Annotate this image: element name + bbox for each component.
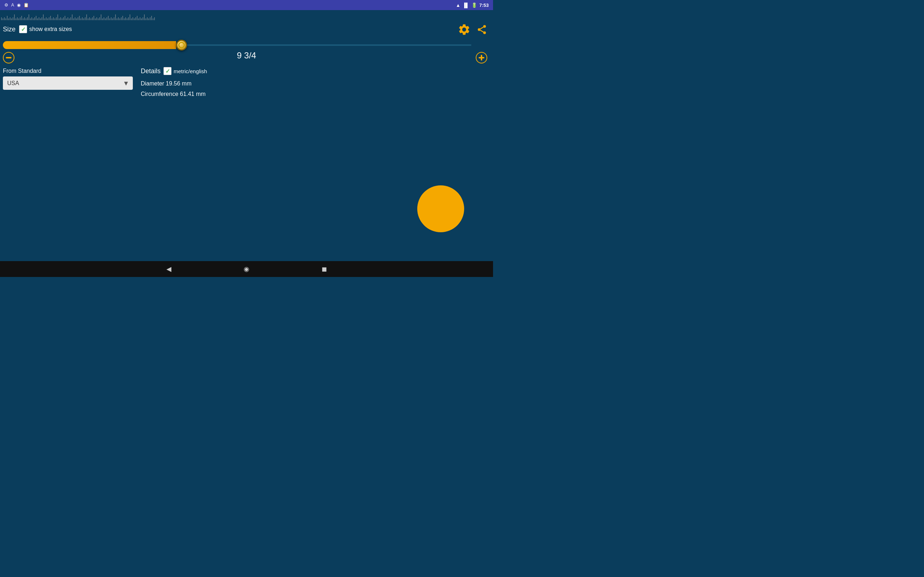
from-standard-label: From Standard <box>3 68 133 74</box>
size-label: Size <box>3 26 16 33</box>
svg-rect-117 <box>481 55 482 61</box>
metric-english-checkbox[interactable]: ✓ metric/english <box>163 67 207 75</box>
ruler: // ticks rendered below via inline SVG l… <box>0 10 155 21</box>
metric-english-label: metric/english <box>174 68 207 74</box>
wifi-icon: ▲ <box>456 3 460 8</box>
diameter-value: Diameter 19.56 mm <box>141 79 207 89</box>
a-status-icon: A <box>11 3 14 8</box>
size-value-display: 9 3/4 <box>237 50 256 61</box>
share-button[interactable] <box>477 24 487 36</box>
standard-dropdown[interactable]: USA UK EU Japan China ▼ <box>3 76 133 90</box>
from-standard-section: From Standard USA UK EU Japan China ▼ <box>3 68 133 90</box>
circle-status-icon: ◉ <box>17 3 21 8</box>
battery-icon: 🔋 <box>472 3 477 8</box>
details-section: Details ✓ metric/english Diameter 19.56 … <box>141 67 207 100</box>
nav-bar: ◀ ◉ ◼ <box>0 261 493 277</box>
show-extra-sizes-checkbox[interactable]: ✓ show extra sizes <box>19 25 72 33</box>
gear-icon <box>458 23 471 36</box>
back-button[interactable]: ◀ <box>166 265 171 273</box>
slider-track-remaining <box>187 44 472 46</box>
recent-button[interactable]: ◼ <box>321 265 327 273</box>
slider-container[interactable] <box>3 40 472 50</box>
home-button[interactable]: ◉ <box>244 265 249 273</box>
status-bar: ⚙ A ◉ 📋 ▲ ▐▌ 🔋 7:53 <box>0 0 493 10</box>
circumference-value: Circumference 61.41 mm <box>141 89 207 100</box>
details-label: Details <box>141 68 161 75</box>
checkbox-box[interactable]: ✓ <box>19 25 27 33</box>
svg-point-109 <box>478 28 481 31</box>
minus-button[interactable] <box>3 52 15 66</box>
slider-thumb[interactable] <box>176 40 187 50</box>
settings-status-icon: ⚙ <box>4 3 8 8</box>
slider-fill <box>3 41 176 49</box>
main-content: // ticks rendered below via inline SVG l… <box>0 10 493 261</box>
details-header: Details ✓ metric/english <box>141 67 207 75</box>
svg-point-108 <box>483 25 486 28</box>
signal-icon: ▐▌ <box>463 3 469 8</box>
status-right-icons: ▲ ▐▌ 🔋 7:53 <box>456 3 489 8</box>
svg-line-111 <box>480 30 484 32</box>
standard-select[interactable]: USA UK EU Japan China <box>3 76 133 90</box>
svg-line-112 <box>480 27 484 29</box>
svg-point-110 <box>483 31 486 34</box>
size-row: Size ✓ show extra sizes <box>3 25 72 33</box>
checkmark-icon: ✓ <box>21 26 26 33</box>
top-right-icons <box>458 23 487 37</box>
details-lines: Diameter 19.56 mm Circumference 61.41 mm <box>141 79 207 100</box>
svg-rect-114 <box>6 57 11 58</box>
settings-button[interactable] <box>458 23 471 37</box>
status-left-icons: ⚙ A ◉ 📋 <box>4 3 29 8</box>
ring-size-visual <box>417 185 464 232</box>
share-icon <box>477 24 487 35</box>
clipboard-status-icon: 📋 <box>23 3 29 8</box>
metric-checkbox-box[interactable]: ✓ <box>163 67 171 75</box>
metric-checkmark-icon: ✓ <box>165 68 170 75</box>
show-extra-sizes-label: show extra sizes <box>29 26 72 32</box>
clock: 7:53 <box>479 3 489 8</box>
plus-button[interactable] <box>476 52 487 66</box>
